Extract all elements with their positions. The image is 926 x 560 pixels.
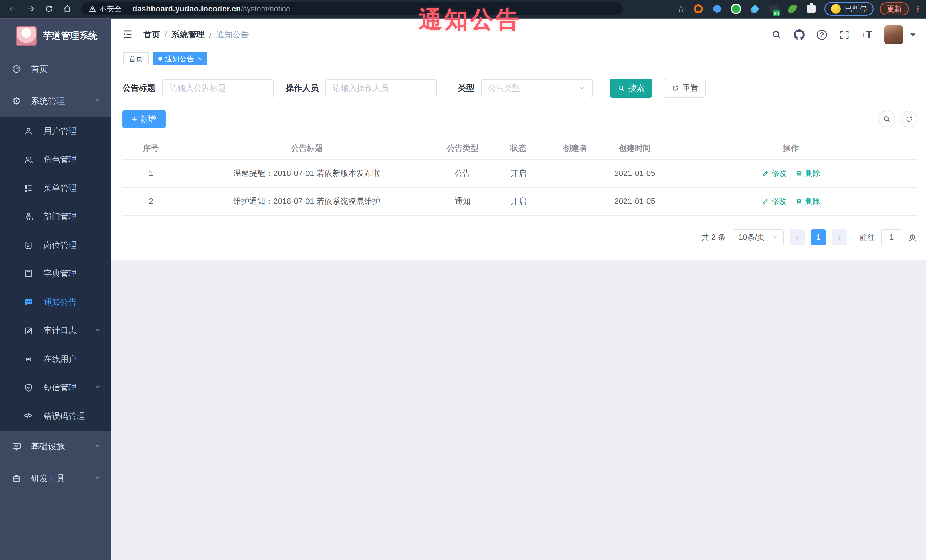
sidebar-item-errorcode[interactable]: </> 错误码管理 <box>0 402 111 430</box>
prev-page-button[interactable]: ‹ <box>790 229 805 245</box>
extensions-puzzle-icon[interactable] <box>806 3 817 15</box>
operator-input[interactable] <box>325 79 437 97</box>
extension-green-icon[interactable] <box>730 3 742 15</box>
filter-form: 公告标题 操作人员 类型 公告类型 <box>123 79 917 98</box>
sidebar-item-online[interactable]: 在线用户 <box>0 345 111 374</box>
sidebar-item-roles[interactable]: 角色管理 <box>0 145 111 174</box>
address-bar[interactable]: 不安全 dashboard.yudao.iocoder.cn /system/n… <box>81 2 623 15</box>
total-count: 共 2 条 <box>702 232 725 242</box>
delete-link[interactable]: 删除 <box>795 168 820 178</box>
type-select[interactable]: 公告类型 <box>481 79 593 97</box>
annotation-title: 通知公告 <box>419 4 522 35</box>
breadcrumb-home[interactable]: 首页 <box>144 29 160 41</box>
page-size-select[interactable]: 10条/页 <box>733 229 784 245</box>
extension-pin-icon[interactable] <box>711 3 723 15</box>
toggle-search-button[interactable] <box>879 111 895 127</box>
extension-leaf-icon[interactable] <box>787 3 798 15</box>
breadcrumb-system[interactable]: 系统管理 <box>171 29 204 41</box>
title-input[interactable] <box>162 79 274 97</box>
user-avatar[interactable] <box>884 26 903 44</box>
logo[interactable]: 芋道管理系统 <box>0 19 111 53</box>
sidebar-item-dict[interactable]: 字典管理 <box>0 260 111 288</box>
toolbar-right <box>879 111 917 127</box>
page-unit: 页 <box>909 232 916 242</box>
add-button[interactable]: + 新增 <box>123 110 166 128</box>
table-toolbar: + 新增 <box>123 110 917 128</box>
sidebar-item-home[interactable]: 首页 <box>0 53 111 85</box>
signal-icon <box>24 355 33 364</box>
sidebar-item-users[interactable]: 用户管理 <box>0 117 111 145</box>
browser-menu-icon[interactable]: ⋮ <box>914 4 922 14</box>
content-card: 公告标题 操作人员 类型 公告类型 <box>111 67 926 260</box>
sidebar-item-label: 系统管理 <box>31 95 65 107</box>
help-icon[interactable]: ? <box>817 30 827 40</box>
extension-switch-icon[interactable]: on <box>768 3 779 15</box>
sidebar-item-label: 首页 <box>31 63 48 75</box>
badge-icon <box>24 240 33 250</box>
profile-paused-chip[interactable]: 已暂停 <box>825 2 873 16</box>
briefcase-icon <box>11 473 22 484</box>
fullscreen-icon[interactable] <box>839 29 850 40</box>
logo-title: 芋道管理系统 <box>43 30 98 42</box>
next-page-button[interactable]: › <box>832 229 847 245</box>
operator-label: 操作人员 <box>286 82 319 94</box>
edit-link[interactable]: 修改 <box>762 196 787 207</box>
navbar-actions: ? TT <box>771 26 916 44</box>
main-area: 首页 / 系统管理 / 通知公告 ? TT 首页 <box>111 19 926 560</box>
tag-notice[interactable]: 通知公告 × <box>153 52 207 65</box>
paused-label: 已暂停 <box>845 4 867 14</box>
chevron-down-icon <box>94 474 101 483</box>
close-icon[interactable]: × <box>198 55 202 63</box>
notice-table: 序号 公告标题 公告类型 状态 创建者 创建时间 操作 1 温馨提醒：2018-… <box>123 137 917 216</box>
filter-title-group: 公告标题 <box>123 79 274 97</box>
extension-ring-icon[interactable] <box>693 3 704 15</box>
dashboard-icon <box>11 64 22 74</box>
sidebar-item-system[interactable]: ⚙ 系统管理 <box>0 85 111 117</box>
tags-view: 首页 通知公告 × <box>111 51 926 67</box>
gear-icon: ⚙ <box>11 96 22 106</box>
sidebar-item-sms[interactable]: 短信管理 <box>0 374 111 402</box>
reload-icon[interactable] <box>43 3 55 15</box>
search-button[interactable]: 搜索 <box>610 79 652 98</box>
sidebar-item-devtools[interactable]: 研发工具 <box>0 462 111 494</box>
user-icon <box>24 126 33 136</box>
forward-icon[interactable] <box>25 3 36 15</box>
table-row: 1 温馨提醒：2018-07-01 若依新版本发布啦 公告 开启 2021-01… <box>123 160 917 188</box>
refresh-table-button[interactable] <box>901 111 917 127</box>
sidebar-item-depts[interactable]: 部门管理 <box>0 202 111 231</box>
search-icon[interactable] <box>771 29 782 40</box>
current-page[interactable]: 1 <box>811 229 826 245</box>
on-badge: on <box>773 10 780 16</box>
delete-link[interactable]: 删除 <box>795 196 820 207</box>
home-icon[interactable] <box>62 3 73 15</box>
goto-page-input[interactable] <box>881 229 902 245</box>
reset-button[interactable]: 重置 <box>664 79 706 98</box>
page-background <box>111 260 926 560</box>
font-size-icon[interactable]: TT <box>862 29 872 40</box>
sidebar-item-posts[interactable]: 岗位管理 <box>0 231 111 260</box>
sidebar-item-audit[interactable]: 审计日志 <box>0 317 111 345</box>
trash-icon <box>795 170 803 177</box>
chevron-down-icon <box>94 383 101 392</box>
sidebar-item-notice[interactable]: 通知公告 <box>0 288 111 317</box>
collapse-menu-icon[interactable] <box>122 29 133 41</box>
sidebar-item-label: 研发工具 <box>31 473 65 485</box>
active-dot <box>158 57 162 61</box>
sidebar-item-menus[interactable]: 菜单管理 <box>0 174 111 202</box>
back-icon[interactable] <box>7 3 18 15</box>
bookmark-star-icon[interactable]: ☆ <box>677 3 685 15</box>
caret-down-icon[interactable] <box>910 33 916 37</box>
warning-icon <box>88 5 97 13</box>
monitor-icon <box>11 441 22 452</box>
github-icon[interactable] <box>794 29 805 40</box>
tag-home[interactable]: 首页 <box>123 52 148 65</box>
table-header: 序号 公告标题 公告类型 状态 创建者 创建时间 操作 <box>123 137 917 160</box>
sidebar-item-label: 基础设施 <box>31 441 65 453</box>
edit-link[interactable]: 修改 <box>762 168 787 178</box>
goto-label: 前往 <box>859 232 875 242</box>
update-button[interactable]: 更新 <box>880 2 909 15</box>
divider <box>127 5 127 12</box>
chevron-down-icon <box>94 326 101 336</box>
extension-gem-icon[interactable] <box>749 3 761 15</box>
sidebar-item-infra[interactable]: 基础设施 <box>0 430 111 462</box>
